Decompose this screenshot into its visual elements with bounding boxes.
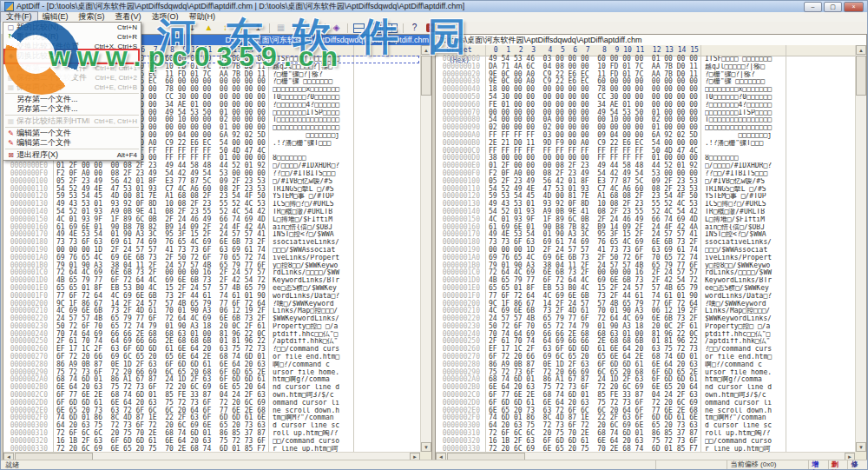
menu-item-label: 编辑第二个文件 bbox=[16, 137, 133, 149]
row-bytes: 69 76 65 4C 69 6E 6B 73 2F 50 72 6F 70 6… bbox=[56, 254, 266, 261]
vertical-scroll-thumb[interactable] bbox=[856, 56, 866, 96]
save-first-file-icon[interactable]: ▦ bbox=[273, 22, 288, 35]
row-ascii: roll up.htm□啕7? bbox=[705, 430, 785, 438]
row-bytes: 77 6F 72 64 4C 69 6E 6B 73 2F 44 61 74 6… bbox=[489, 292, 698, 300]
row-ascii: ommand cursor li bbox=[705, 400, 785, 407]
row-ascii: □□□/$WWAssociat bbox=[273, 247, 352, 255]
row-bytes: 61 69 6E 01 90 B8 7B 82 B9 14 09 2F 24 4… bbox=[56, 223, 266, 231]
row-bytes: 54 52 01 93 A9 0B 9E 41 08 2F 23 55 52 4… bbox=[489, 208, 698, 215]
row-ascii: T□□□□□□□□□□□□□□□ bbox=[705, 116, 785, 124]
menubar-item-2[interactable]: 编辑(E) bbox=[37, 12, 74, 22]
row-bytes: 64 20 63 75 72 73 6F 72 20 6C 69 6E 65 2… bbox=[489, 421, 698, 429]
row-ascii: tm□啊M?"/comman bbox=[273, 414, 352, 422]
row-bytes: 72 6F 6C 6C 20 75 70 2E 68 74 6D 01 86 8… bbox=[489, 429, 698, 437]
help-icon[interactable]: ? bbox=[407, 22, 422, 35]
file-menu-item-11[interactable]: 另存第二个文件... bbox=[3, 104, 141, 114]
scroll-down-button[interactable]: ▼ bbox=[856, 442, 866, 452]
diff-legend: 增加删除修改 bbox=[808, 460, 867, 469]
row-bytes: 75 72 73 6F 72 20 66 69 6C 65 20 68 6F 6… bbox=[56, 368, 266, 376]
close-button[interactable]: × bbox=[844, 2, 864, 12]
menu-item-shortcut: Ctrl+E, Ctrl+2 bbox=[95, 74, 137, 82]
row-ascii: nd cursor line d bbox=[273, 384, 352, 392]
row-bytes: 6E 65 20 73 63 72 6F 6C 6C 20 64 6F 77 6… bbox=[489, 407, 698, 414]
row-ascii: own.htm□呵37$/c bbox=[705, 392, 785, 400]
layout-glyph bbox=[370, 23, 381, 33]
first-difference-icon[interactable]: ↧ bbox=[185, 22, 200, 35]
row-ascii: T0□□□□□□?0□□□□□□ bbox=[705, 94, 785, 102]
save-both-files-icon: ▦ bbox=[5, 83, 16, 92]
toolbar-separator bbox=[269, 23, 270, 33]
row-ascii: .!?潘□栅"骤T□□□ bbox=[273, 140, 352, 148]
column-divider bbox=[786, 45, 786, 453]
row-ascii: □□□□□□□□x□□□□□□□ bbox=[273, 86, 352, 94]
row-ascii: □□□□□□□j bbox=[273, 132, 352, 140]
row-ascii: TR□概□澈/#URLTB bbox=[273, 209, 352, 216]
scroll-down-button[interactable]: ▼ bbox=[421, 442, 431, 452]
row-ascii: 啊□?/command c bbox=[705, 361, 785, 369]
toolbar-separator bbox=[325, 23, 326, 33]
menubar-item-3[interactable]: 搜索(S) bbox=[74, 12, 110, 22]
file-menu-item-8[interactable]: ▦保存两个文件Ctrl+E, Ctrl+B bbox=[3, 83, 141, 92]
aptdiff-window: AptDiff - [D:\tools\桌面\河东软件园\AptDiffsdqw… bbox=[0, 0, 868, 470]
row-bytes: 77 6F 72 64 4C 69 6E 6B 73 2F 44 61 74 6… bbox=[56, 292, 266, 300]
menu-item-shortcut: Ctrl+N bbox=[117, 23, 137, 31]
row-bytes: 75 72 73 6F 72 20 66 69 6C 65 20 68 6F 6… bbox=[489, 368, 698, 376]
menubar-item-1[interactable]: 文件(F) bbox=[1, 12, 37, 22]
row-bytes: 24 57 57 4B 65 79 77 6F 72 64 4C 69 6E 6… bbox=[56, 314, 266, 322]
row-ascii: tm□啊M?"/comman bbox=[705, 414, 785, 422]
row-bytes: 65 65 01 8F EB 53 B0 4C 15 2F 24 57 57 4… bbox=[489, 284, 698, 292]
save-second-file-icon[interactable]: ▦ bbox=[290, 22, 305, 35]
layout-horizontal-icon[interactable] bbox=[352, 22, 366, 35]
row-ascii: ssociativeLinks/ bbox=[705, 239, 785, 247]
previous-difference-icon[interactable]: ▲ bbox=[201, 22, 216, 35]
next-difference-icon[interactable]: ▼ bbox=[234, 22, 249, 35]
row-ascii: TR□概□澈/#URLTB bbox=[705, 209, 785, 216]
row-ascii: T0□□□□□□?0□□□□□□ bbox=[273, 94, 352, 102]
layout-grid-icon[interactable] bbox=[385, 22, 399, 35]
minimize-button[interactable]: – bbox=[804, 2, 822, 12]
row-ascii: ??□□/#ITBITS□□□ bbox=[273, 170, 352, 178]
file-menu-item-16[interactable]: ✎编辑第二个文件 bbox=[3, 138, 141, 148]
file-menu-item-18[interactable]: ⊠退出程序(X)Alt+F4 bbox=[3, 150, 141, 160]
row-bytes: 69 76 65 4C 69 6E 6B 73 2F 50 72 6F 70 6… bbox=[489, 254, 698, 261]
vertical-scrollbar[interactable]: ▲▼ bbox=[420, 45, 431, 452]
row-bytes: 59 53 54 45 4D 00 81 7E A1 68 08 2F 23 5… bbox=[489, 192, 698, 200]
row-bytes: 9E 0C 00 A0 C9 22 E6 EC 60 00 00 00 00 0… bbox=[489, 77, 698, 85]
row-bytes: F2 0F A0 00 08 2F 23 49 54 42 49 54 53 0… bbox=[56, 169, 266, 177]
vertical-scroll-thumb[interactable] bbox=[421, 56, 431, 96]
row-bytes: 49 4E 53 54 01 90 A3 3C 95 3F 15 2F 24 5… bbox=[56, 230, 266, 238]
scroll-up-button[interactable]: ▲ bbox=[421, 45, 431, 55]
toolbar-separator bbox=[403, 23, 404, 33]
row-ascii: YSTEM□事 □/#TOP bbox=[705, 193, 785, 201]
row-ascii: ?□栅"骤□?|猕? bbox=[273, 71, 352, 79]
row-bytes: 4C 69 6E 6B 73 2F 4D 61 70 01 90 A3 06 1… bbox=[56, 307, 266, 314]
row-ascii: ommand cursor li bbox=[273, 400, 352, 407]
file-path-text: D:\tools\桌面\河东软件园\AptDiffsdqwdq\AptDiff\… bbox=[436, 36, 642, 44]
last-difference-icon[interactable]: ↥ bbox=[251, 22, 266, 35]
save-both-files-icon[interactable]: ▦ bbox=[306, 22, 321, 35]
maximize-button[interactable]: ▢ bbox=[824, 2, 842, 12]
row-ascii: TRINGS□擊L`□/#S bbox=[273, 186, 352, 194]
menubar-item-4[interactable]: 查看(V) bbox=[110, 12, 147, 22]
row-bytes: 73 73 6F 63 69 61 74 69 76 65 4C 69 6E 6… bbox=[489, 238, 698, 246]
vertical-scrollbar[interactable]: ▲▼ bbox=[855, 45, 866, 452]
row-ascii: Property□控□ □/a bbox=[705, 323, 785, 331]
exit-icon[interactable]: × bbox=[424, 22, 438, 35]
row-ascii: □□□□□□□□ITSP□□□□ bbox=[705, 109, 785, 117]
row-bytes: 54 00 00 00 0A 00 00 00 00 10 00 00 02 0… bbox=[489, 116, 698, 123]
menubar-item-5[interactable]: 选项(O) bbox=[147, 12, 184, 22]
scroll-up-button[interactable]: ▲ bbox=[856, 45, 866, 55]
menubar-item-6[interactable]: 帮助(H) bbox=[184, 12, 221, 22]
title-bar: AptDiff - [D:\tools\桌面\河东软件园\AptDiffsdqw… bbox=[1, 1, 867, 13]
current-difference-icon[interactable]: ↕ bbox=[218, 22, 233, 35]
row-bytes: 4C 01 93 9F 1F 89 6C 0B 2F 24 46 49 66 7… bbox=[489, 215, 698, 223]
layout-vertical-icon[interactable] bbox=[368, 22, 383, 35]
row-ascii: ain□惜{倍□/$OBJ bbox=[705, 224, 785, 232]
file-menu-item-13[interactable]: ▦保存比较结果到HTML文件Ctrl+E, Ctrl+H bbox=[3, 116, 141, 126]
row-bytes: 4C 69 6E 6B 73 2F 4D 61 70 01 90 A3 06 1… bbox=[489, 307, 698, 314]
row-ascii: □□□□□□□□ITSP□□□□ bbox=[273, 109, 352, 117]
menu-item-shortcut: Alt+F4 bbox=[117, 151, 137, 159]
comparison-type-icon[interactable]: ◈ bbox=[329, 22, 344, 35]
row-ascii: □□□□□□□□□□□□□□□□ bbox=[705, 124, 785, 132]
new-comparison-icon: ▢ bbox=[5, 23, 16, 32]
